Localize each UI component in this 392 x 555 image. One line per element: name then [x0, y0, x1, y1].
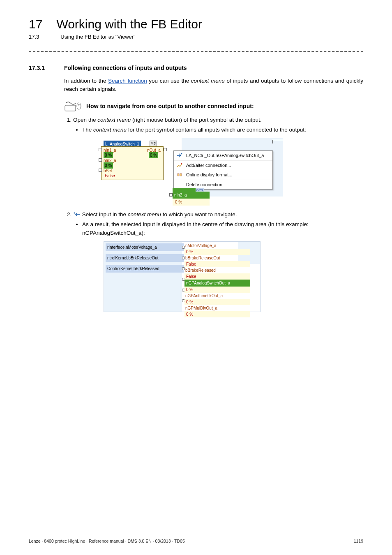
- left-box-1: rInterface.nMotorVoltage_a: [106, 243, 184, 251]
- ctx-item-4-label: Delete connection: [186, 181, 222, 188]
- footer: Lenze · 8400 protec HighLine · Reference…: [29, 539, 363, 543]
- connection-stub: [272, 140, 283, 143]
- sig-4-name-highlight: nGPAnalogSwitchOut_a: [184, 280, 250, 287]
- sig-5-name: nGPArithmetikOut_a: [184, 293, 250, 299]
- port-marker-nin1[interactable]: [99, 148, 102, 151]
- section-number: 17.3: [29, 34, 39, 40]
- context-menu-item-connection[interactable]: Add/alter connection...: [174, 161, 272, 171]
- ctx-item-2-label: Add/alter connection...: [186, 162, 231, 169]
- port-marker-below[interactable]: [169, 193, 173, 197]
- context-menu: LA_NCtrl_Out.nGPAnalogSwitchOut_a Add/al…: [173, 150, 273, 190]
- sig-2-name: bBrakeReleaseOut: [184, 255, 250, 261]
- chapter-number: 17: [29, 18, 42, 30]
- intro-text-pre: In addition to the: [64, 78, 108, 84]
- sig-1-val: 0 %: [184, 249, 250, 255]
- intro-paragraph: In addition to the Search function you c…: [64, 77, 363, 94]
- section-title: Using the FB Editor as "Viewer": [60, 34, 135, 40]
- howto-text: How to navigate from one output to anoth…: [86, 103, 254, 109]
- fig2-left-bg: [104, 242, 182, 312]
- svg-rect-0: [65, 105, 76, 111]
- sig-4-val: 0 %: [184, 287, 250, 293]
- fb-toolbar-print-icon[interactable]: ⎙: [151, 141, 153, 147]
- sig-2-val: False: [184, 261, 250, 267]
- figure-2: rInterface.nMotorVoltage_a ntrolKernel.b…: [73, 241, 363, 312]
- step-2-pre: Select input in the: [82, 211, 128, 217]
- step-2: Select input in the context menu to whic…: [73, 210, 363, 312]
- steps-list: Open the context menu (right mouse butto…: [64, 116, 363, 312]
- step-2-bullet: As a result, the selected input is displ…: [82, 220, 363, 237]
- step-1-bullet-post: for the port symbol contains all inputs …: [127, 127, 306, 133]
- sig-5-val: 0 %: [184, 299, 250, 305]
- left-box-3: ControlKernel.bBrkReleased: [106, 265, 184, 273]
- step-1-pre: Open the: [73, 117, 97, 123]
- step-2-em: context menu: [128, 211, 161, 217]
- intro-em: context menu: [191, 78, 225, 84]
- figure-2-canvas: rInterface.nMotorVoltage_a ntrolKernel.b…: [104, 241, 261, 312]
- chapter-title: Working with the FB Editor: [56, 18, 202, 30]
- step-1-post: (right mouse button) of the port symbol …: [131, 117, 261, 123]
- subsection-header: 17.3.1 Following connections of inputs a…: [29, 65, 363, 71]
- step-1: Open the context menu (right mouse butto…: [73, 116, 363, 208]
- howto-icon: [64, 100, 82, 112]
- ctx-item-1-label: LA_NCtrl_Out.nGPAnalogSwitchOut_a: [186, 152, 264, 159]
- below-port-name: nIn2_a: [173, 192, 210, 199]
- page: 17 Working with the FB Editor 17.3 Using…: [0, 0, 392, 555]
- sig-6-name: nGPMulDivOut_a: [184, 305, 250, 311]
- context-menu-item-delete[interactable]: Delete connection: [174, 180, 272, 190]
- context-menu-item-navigate[interactable]: LA_NCtrl_Out.nGPAnalogSwitchOut_a: [174, 151, 272, 161]
- signal-column: nMotorVoltage_a 0 % bBrakeReleaseOut Fal…: [184, 243, 250, 317]
- footer-left: Lenze · 8400 protec HighLine · Reference…: [29, 539, 185, 543]
- intro-text-mid: you can use the: [147, 78, 191, 84]
- navigate-icon: [176, 153, 183, 158]
- context-menu-item-display-format[interactable]: Online display format...: [174, 170, 272, 180]
- sig-3-val: False: [184, 273, 250, 280]
- below-block: nIn2_a 0 %: [173, 192, 210, 206]
- svg-point-3: [74, 213, 75, 214]
- sig-3-name: bBrakeReleased: [184, 267, 250, 273]
- step-1-bullet-pre: The: [82, 127, 93, 133]
- below-block-header: [173, 188, 197, 192]
- sig-6-val: 0 %: [184, 311, 250, 317]
- display-format-icon: [176, 172, 183, 178]
- port-marker-nin2[interactable]: [99, 158, 102, 162]
- step-1-bullet: The context menu for the port symbol con…: [82, 126, 363, 134]
- nav-arrow-icon: [73, 212, 81, 217]
- step-2-sublist: As a result, the selected input is displ…: [73, 220, 363, 237]
- subsection-title: Following connections of inputs and outp…: [64, 65, 187, 71]
- add-connection-icon: [176, 162, 183, 168]
- figure-1: L_AnalogSwitch_1 ⎙ ? nIn1_a 0 % nIn2_a 0…: [73, 138, 363, 208]
- port-marker-bset[interactable]: [99, 169, 102, 172]
- bg-strip: [182, 138, 283, 144]
- search-function-link[interactable]: Search function: [108, 78, 147, 84]
- step-1-em: context menu: [97, 117, 131, 123]
- section-header: 17.3 Using the FB Editor as "Viewer": [29, 34, 363, 40]
- left-box-2: ntrolKernel.bBrkReleaseOut: [106, 254, 184, 262]
- port-value-bset: False: [104, 173, 116, 179]
- svg-point-2: [181, 153, 182, 155]
- divider: [29, 51, 363, 52]
- below-port-value: 0 %: [173, 199, 210, 206]
- subsection-number: 17.3.1: [29, 65, 52, 71]
- delete-connection-icon: [176, 182, 183, 187]
- port-value-nout: 0 %: [149, 152, 158, 158]
- page-number: 1119: [354, 539, 363, 543]
- body: In addition to the Search function you c…: [64, 77, 363, 312]
- step-2-post: to which you want to navigate.: [161, 211, 237, 217]
- ctx-item-3-label: Online display format...: [186, 171, 233, 178]
- step-1-sublist: The context menu for the port symbol con…: [73, 126, 363, 134]
- step-1-bullet-em: context menu: [93, 127, 127, 133]
- fb-toolbar-help-icon[interactable]: ?: [154, 141, 156, 147]
- howto-row: How to navigate from one output to anoth…: [64, 100, 363, 112]
- port-marker-nout[interactable]: [164, 148, 167, 151]
- sig-1-name: nMotorVoltage_a: [184, 243, 250, 249]
- chapter-header: 17 Working with the FB Editor: [29, 18, 363, 30]
- figure-1-canvas: L_AnalogSwitch_1 ⎙ ? nIn1_a 0 % nIn2_a 0…: [98, 138, 283, 208]
